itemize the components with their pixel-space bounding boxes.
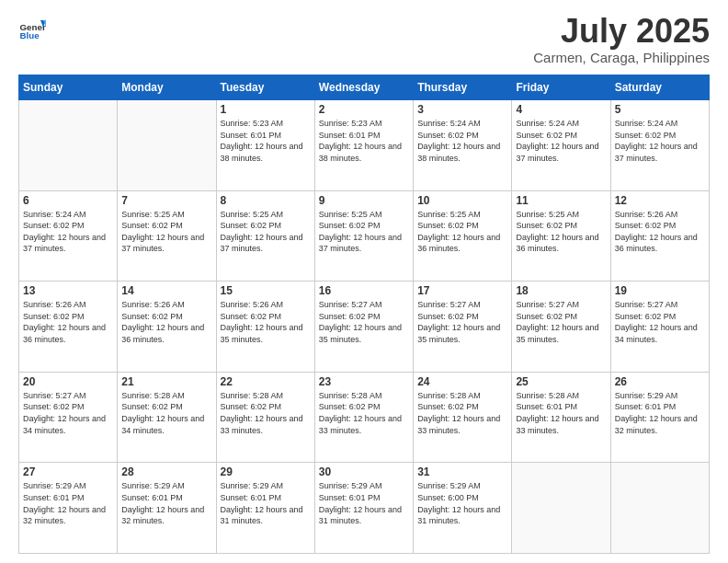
title-block: July 2025 Carmen, Caraga, Philippines [533,15,710,65]
location-title: Carmen, Caraga, Philippines [533,50,710,65]
day-number: 19 [615,284,705,297]
day-info: Sunrise: 5:25 AM Sunset: 6:02 PM Dayligh… [319,209,409,255]
day-number: 23 [319,375,409,388]
day-info: Sunrise: 5:25 AM Sunset: 6:02 PM Dayligh… [417,209,507,255]
day-info: Sunrise: 5:29 AM Sunset: 6:00 PM Dayligh… [417,480,507,526]
calendar-day-cell: 27Sunrise: 5:29 AM Sunset: 6:01 PM Dayli… [19,463,118,554]
day-number: 18 [516,284,606,297]
day-number: 27 [23,465,113,478]
day-info: Sunrise: 5:24 AM Sunset: 6:02 PM Dayligh… [516,118,606,164]
day-info: Sunrise: 5:25 AM Sunset: 6:02 PM Dayligh… [516,209,606,255]
calendar-week-row: 1Sunrise: 5:23 AM Sunset: 6:01 PM Daylig… [19,100,710,191]
day-number: 9 [319,194,409,207]
day-number: 3 [417,103,507,116]
day-number: 30 [319,465,409,478]
day-info: Sunrise: 5:29 AM Sunset: 6:01 PM Dayligh… [23,480,113,526]
calendar-table: SundayMondayTuesdayWednesdayThursdayFrid… [18,75,710,554]
calendar-day-cell: 17Sunrise: 5:27 AM Sunset: 6:02 PM Dayli… [414,282,512,373]
day-number: 10 [417,194,507,207]
calendar-day-cell: 23Sunrise: 5:28 AM Sunset: 6:02 PM Dayli… [314,372,413,463]
day-info: Sunrise: 5:27 AM Sunset: 6:02 PM Dayligh… [319,299,409,345]
calendar-day-cell: 30Sunrise: 5:29 AM Sunset: 6:01 PM Dayli… [314,463,413,554]
day-of-week-header: Thursday [414,75,512,100]
day-number: 15 [221,284,311,297]
calendar-day-cell: 21Sunrise: 5:28 AM Sunset: 6:02 PM Dayli… [118,372,216,463]
calendar-day-cell: 18Sunrise: 5:27 AM Sunset: 6:02 PM Dayli… [512,282,610,373]
calendar-day-cell: 4Sunrise: 5:24 AM Sunset: 6:02 PM Daylig… [512,100,610,191]
day-number: 22 [221,375,311,388]
calendar-day-cell: 9Sunrise: 5:25 AM Sunset: 6:02 PM Daylig… [314,190,413,282]
day-number: 17 [417,284,507,297]
calendar-day-cell: 3Sunrise: 5:24 AM Sunset: 6:02 PM Daylig… [414,100,512,191]
calendar-day-cell: 1Sunrise: 5:23 AM Sunset: 6:01 PM Daylig… [216,100,314,191]
day-info: Sunrise: 5:27 AM Sunset: 6:02 PM Dayligh… [23,390,113,436]
day-info: Sunrise: 5:26 AM Sunset: 6:02 PM Dayligh… [121,299,211,345]
day-info: Sunrise: 5:29 AM Sunset: 6:01 PM Dayligh… [221,480,311,526]
day-number: 11 [516,194,606,207]
day-number: 5 [615,103,705,116]
calendar-day-cell: 14Sunrise: 5:26 AM Sunset: 6:02 PM Dayli… [118,282,216,373]
day-info: Sunrise: 5:29 AM Sunset: 6:01 PM Dayligh… [319,480,409,526]
calendar-day-cell: 7Sunrise: 5:25 AM Sunset: 6:02 PM Daylig… [118,190,216,282]
calendar-day-cell: 25Sunrise: 5:28 AM Sunset: 6:01 PM Dayli… [512,372,610,463]
day-info: Sunrise: 5:27 AM Sunset: 6:02 PM Dayligh… [516,299,606,345]
day-number: 6 [23,194,113,207]
calendar-day-cell [19,100,118,191]
calendar-day-cell: 22Sunrise: 5:28 AM Sunset: 6:02 PM Dayli… [216,372,314,463]
day-number: 31 [417,465,507,478]
calendar-day-cell: 15Sunrise: 5:26 AM Sunset: 6:02 PM Dayli… [216,282,314,373]
month-title: July 2025 [533,15,710,48]
day-number: 13 [23,284,113,297]
day-info: Sunrise: 5:25 AM Sunset: 6:02 PM Dayligh… [221,209,311,255]
calendar-day-cell: 31Sunrise: 5:29 AM Sunset: 6:00 PM Dayli… [414,463,512,554]
calendar-day-cell [118,100,216,191]
day-number: 7 [121,194,211,207]
calendar-week-row: 20Sunrise: 5:27 AM Sunset: 6:02 PM Dayli… [19,372,710,463]
day-info: Sunrise: 5:27 AM Sunset: 6:02 PM Dayligh… [615,299,705,345]
calendar-week-row: 27Sunrise: 5:29 AM Sunset: 6:01 PM Dayli… [19,463,710,554]
day-info: Sunrise: 5:29 AM Sunset: 6:01 PM Dayligh… [121,480,211,526]
day-number: 12 [615,194,705,207]
calendar-header-row: SundayMondayTuesdayWednesdayThursdayFrid… [19,75,710,100]
day-info: Sunrise: 5:28 AM Sunset: 6:01 PM Dayligh… [516,390,606,436]
day-info: Sunrise: 5:28 AM Sunset: 6:02 PM Dayligh… [121,390,211,436]
day-info: Sunrise: 5:28 AM Sunset: 6:02 PM Dayligh… [319,390,409,436]
day-number: 20 [23,375,113,388]
day-number: 26 [615,375,705,388]
day-number: 24 [417,375,507,388]
calendar-week-row: 13Sunrise: 5:26 AM Sunset: 6:02 PM Dayli… [19,282,710,373]
day-number: 4 [516,103,606,116]
day-info: Sunrise: 5:24 AM Sunset: 6:02 PM Dayligh… [615,118,705,164]
calendar-week-row: 6Sunrise: 5:24 AM Sunset: 6:02 PM Daylig… [19,190,710,282]
calendar-day-cell: 20Sunrise: 5:27 AM Sunset: 6:02 PM Dayli… [19,372,118,463]
day-number: 1 [221,103,311,116]
day-number: 25 [516,375,606,388]
day-number: 28 [121,465,211,478]
calendar-day-cell: 12Sunrise: 5:26 AM Sunset: 6:02 PM Dayli… [610,190,709,282]
day-info: Sunrise: 5:27 AM Sunset: 6:02 PM Dayligh… [417,299,507,345]
day-info: Sunrise: 5:28 AM Sunset: 6:02 PM Dayligh… [221,390,311,436]
day-of-week-header: Tuesday [216,75,314,100]
calendar-day-cell: 5Sunrise: 5:24 AM Sunset: 6:02 PM Daylig… [610,100,709,191]
page-header: General Blue July 2025 Carmen, Caraga, P… [18,15,710,65]
calendar-day-cell: 6Sunrise: 5:24 AM Sunset: 6:02 PM Daylig… [19,190,118,282]
day-of-week-header: Friday [512,75,610,100]
calendar-day-cell: 13Sunrise: 5:26 AM Sunset: 6:02 PM Dayli… [19,282,118,373]
calendar-day-cell: 2Sunrise: 5:23 AM Sunset: 6:01 PM Daylig… [314,100,413,191]
day-info: Sunrise: 5:28 AM Sunset: 6:02 PM Dayligh… [417,390,507,436]
day-number: 14 [121,284,211,297]
logo-icon: General Blue [18,15,46,42]
day-of-week-header: Saturday [610,75,709,100]
day-info: Sunrise: 5:26 AM Sunset: 6:02 PM Dayligh… [23,299,113,345]
calendar-day-cell: 8Sunrise: 5:25 AM Sunset: 6:02 PM Daylig… [216,190,314,282]
calendar-day-cell [610,463,709,554]
day-number: 2 [319,103,409,116]
calendar-day-cell: 16Sunrise: 5:27 AM Sunset: 6:02 PM Dayli… [314,282,413,373]
calendar-day-cell: 10Sunrise: 5:25 AM Sunset: 6:02 PM Dayli… [414,190,512,282]
calendar-day-cell: 29Sunrise: 5:29 AM Sunset: 6:01 PM Dayli… [216,463,314,554]
calendar-day-cell: 24Sunrise: 5:28 AM Sunset: 6:02 PM Dayli… [414,372,512,463]
logo: General Blue [18,15,46,42]
calendar-day-cell: 11Sunrise: 5:25 AM Sunset: 6:02 PM Dayli… [512,190,610,282]
day-info: Sunrise: 5:29 AM Sunset: 6:01 PM Dayligh… [615,390,705,436]
day-info: Sunrise: 5:23 AM Sunset: 6:01 PM Dayligh… [221,118,311,164]
